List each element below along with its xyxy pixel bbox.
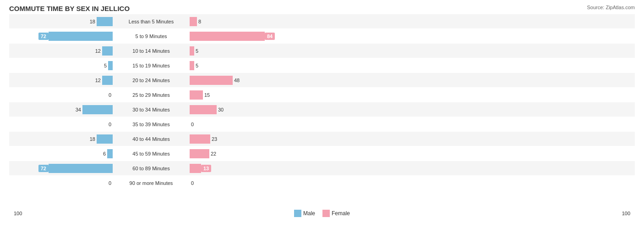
right-section: 0 xyxy=(188,120,635,129)
male-value: 0 xyxy=(102,92,111,98)
legend-male: Male xyxy=(294,210,315,217)
female-bar xyxy=(190,134,210,144)
female-bar-container: 22 xyxy=(190,149,635,158)
female-bar-container: 30 xyxy=(190,105,635,114)
male-value: 18 xyxy=(86,136,95,142)
right-section: 0 xyxy=(188,179,635,188)
row-label: 60 to 89 Minutes xyxy=(115,166,188,171)
legend-female-label: Female xyxy=(332,210,350,217)
male-bar-container: 12 xyxy=(9,46,113,56)
left-section: 72 xyxy=(9,164,115,173)
female-bar xyxy=(190,105,217,114)
male-bar xyxy=(97,17,113,26)
female-bar-container: 8 xyxy=(190,17,635,26)
female-value: 13 xyxy=(201,165,211,172)
male-value: 72 xyxy=(38,33,49,40)
male-bar xyxy=(102,76,113,85)
right-section: 15 xyxy=(188,90,635,100)
female-bar xyxy=(190,46,194,56)
female-bar xyxy=(190,17,197,26)
female-bar xyxy=(190,90,203,100)
right-section: 48 xyxy=(188,76,635,85)
chart-row: 12 20 to 24 Minutes 48 xyxy=(9,73,635,87)
right-section: 5 xyxy=(188,61,635,70)
female-bar-container: 84 xyxy=(190,32,635,41)
right-section: 5 xyxy=(188,46,635,56)
footer-right-value: 100 xyxy=(622,211,630,216)
row-label: 45 to 59 Minutes xyxy=(115,151,188,156)
left-section: 72 xyxy=(9,32,115,41)
chart-row: 18 Less than 5 Minutes 8 xyxy=(9,14,635,28)
legend-male-label: Male xyxy=(303,210,315,217)
right-section: 23 xyxy=(188,134,635,144)
male-bar xyxy=(107,149,113,158)
row-label: 15 to 19 Minutes xyxy=(115,63,188,68)
female-bar-container: 48 xyxy=(190,76,635,85)
male-value: 6 xyxy=(97,151,106,156)
male-bar-container: 0 xyxy=(9,179,113,188)
row-label: 30 to 34 Minutes xyxy=(115,107,188,112)
male-bar xyxy=(49,32,113,41)
male-bar-container: 6 xyxy=(9,149,113,158)
left-section: 0 xyxy=(9,90,115,100)
chart-footer: 100 Male Female 100 xyxy=(9,210,635,217)
row-label: Less than 5 Minutes xyxy=(115,19,188,24)
chart-title: COMMUTE TIME BY SEX IN JELLICO xyxy=(9,5,635,12)
female-value: 5 xyxy=(196,63,205,68)
male-bar-container: 12 xyxy=(9,76,113,85)
female-bar-container: 5 xyxy=(190,61,635,70)
right-section: 30 xyxy=(188,105,635,114)
left-section: 12 xyxy=(9,76,115,85)
right-section: 13 xyxy=(188,164,635,173)
chart-container: COMMUTE TIME BY SEX IN JELLICO Source: Z… xyxy=(0,0,644,240)
male-bar xyxy=(82,105,113,114)
row-label: 10 to 14 Minutes xyxy=(115,48,188,54)
legend-female: Female xyxy=(322,210,350,217)
male-value: 0 xyxy=(102,180,111,186)
male-bar xyxy=(108,61,113,70)
female-value: 15 xyxy=(204,92,213,98)
female-bar xyxy=(190,32,265,41)
male-bar-container: 0 xyxy=(9,120,113,129)
female-value: 8 xyxy=(198,19,207,24)
row-label: 90 or more Minutes xyxy=(115,180,188,186)
male-bar-container: 18 xyxy=(9,17,113,26)
female-bar-container: 5 xyxy=(190,46,635,56)
row-label: 25 to 29 Minutes xyxy=(115,92,188,98)
right-section: 8 xyxy=(188,17,635,26)
chart-row: 72 5 to 9 Minutes 84 xyxy=(9,29,635,43)
row-label: 35 to 39 Minutes xyxy=(115,122,188,127)
female-bar-container: 15 xyxy=(190,90,635,100)
female-bar xyxy=(190,164,201,173)
male-bar-container: 0 xyxy=(9,90,113,100)
left-section: 18 xyxy=(9,134,115,144)
chart-row: 0 25 to 29 Minutes 15 xyxy=(9,88,635,102)
female-value: 48 xyxy=(234,78,243,83)
male-value: 34 xyxy=(72,107,81,112)
chart-row: 34 30 to 34 Minutes 30 xyxy=(9,102,635,117)
male-bar-container: 18 xyxy=(9,134,113,144)
row-label: 20 to 24 Minutes xyxy=(115,78,188,83)
female-bar xyxy=(190,76,233,85)
male-value: 0 xyxy=(102,122,111,127)
female-value: 30 xyxy=(218,107,227,112)
male-bar xyxy=(49,164,113,173)
female-bar xyxy=(190,149,209,158)
left-section: 34 xyxy=(9,105,115,114)
left-section: 0 xyxy=(9,120,115,129)
chart-row: 0 90 or more Minutes 0 xyxy=(9,176,635,190)
female-bar xyxy=(190,61,194,70)
chart-row: 72 60 to 89 Minutes 13 xyxy=(9,161,635,175)
footer-left-value: 100 xyxy=(14,211,22,216)
male-bar-container: 72 xyxy=(9,32,113,41)
female-value: 0 xyxy=(191,122,200,127)
chart-row: 0 35 to 39 Minutes 0 xyxy=(9,117,635,131)
male-bar-container: 34 xyxy=(9,105,113,114)
source-label: Source: ZipAtlas.com xyxy=(587,5,635,10)
left-section: 18 xyxy=(9,17,115,26)
female-bar-container: 0 xyxy=(190,120,635,129)
female-value: 0 xyxy=(191,180,200,186)
female-bar-container: 0 xyxy=(190,179,635,188)
female-value: 5 xyxy=(196,48,205,54)
chart-row: 5 15 to 19 Minutes 5 xyxy=(9,58,635,73)
